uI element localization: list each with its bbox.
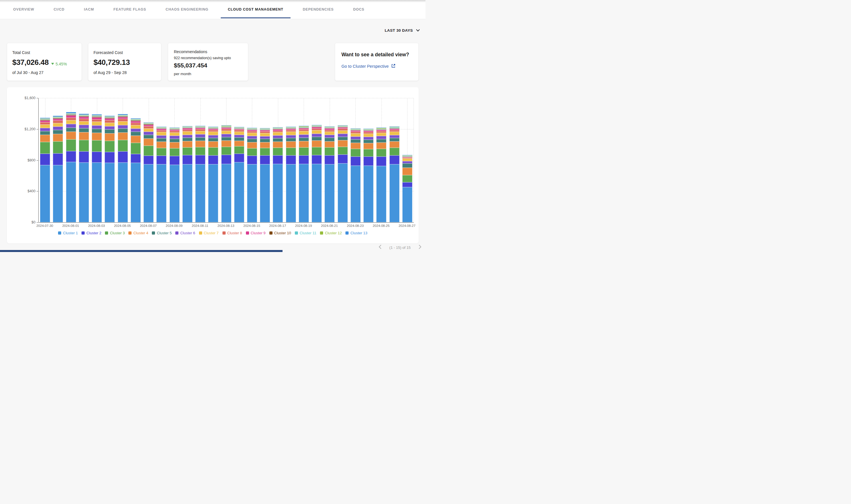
bar-segment-cluster-5[interactable] <box>402 163 412 168</box>
bar-segment-cluster-3[interactable] <box>156 148 167 156</box>
bar-segment-cluster-7[interactable] <box>40 125 50 128</box>
bar-segment-cluster-7[interactable] <box>208 132 218 135</box>
bar-segment-cluster-6[interactable] <box>143 132 154 135</box>
bar-segment-cluster-4[interactable] <box>40 135 50 142</box>
bar-segment-cluster-3[interactable] <box>351 149 361 156</box>
bar-segment-cluster-8[interactable] <box>53 121 63 123</box>
bar-segment-cluster-8[interactable] <box>143 126 154 129</box>
bar-segment-cluster-3[interactable] <box>40 142 50 154</box>
bar-segment-cluster-5[interactable] <box>53 130 63 134</box>
bar-segment-cluster-3[interactable] <box>195 147 205 155</box>
bar-stack-2024-08-27[interactable] <box>402 155 412 222</box>
bar-segment-cluster-3[interactable] <box>221 147 231 155</box>
bar-segment-cluster-5[interactable] <box>118 129 128 132</box>
bar-segment-cluster-5[interactable] <box>234 138 244 141</box>
legend-item-cluster-12[interactable]: Cluster 12 <box>320 231 342 235</box>
bar-segment-cluster-7[interactable] <box>156 132 167 135</box>
bar-segment-cluster-8[interactable] <box>92 120 102 122</box>
bar-segment-cluster-3[interactable] <box>402 175 412 182</box>
bar-segment-cluster-3[interactable] <box>389 148 399 156</box>
next-page-button[interactable] <box>419 245 421 250</box>
legend-item-cluster-6[interactable]: Cluster 6 <box>175 231 195 235</box>
bar-segment-cluster-1[interactable] <box>234 162 244 222</box>
bar-segment-cluster-6[interactable] <box>247 136 257 139</box>
bar-segment-cluster-2[interactable] <box>105 152 115 163</box>
bar-segment-cluster-6[interactable] <box>351 137 361 140</box>
bar-segment-cluster-5[interactable] <box>183 138 192 141</box>
bar-stack-2024-08-23[interactable] <box>351 128 361 222</box>
bar-stack-2024-08-21[interactable] <box>325 126 334 222</box>
bar-segment-cluster-2[interactable] <box>389 156 399 165</box>
bar-segment-cluster-4[interactable] <box>389 141 399 148</box>
bar-segment-cluster-7[interactable] <box>247 133 257 136</box>
bar-segment-cluster-4[interactable] <box>143 139 154 145</box>
bar-segment-cluster-6[interactable] <box>286 135 296 138</box>
bar-segment-cluster-2[interactable] <box>312 155 322 164</box>
bar-segment-cluster-7[interactable] <box>389 132 399 135</box>
bar-segment-cluster-7[interactable] <box>221 131 231 134</box>
bar-segment-cluster-2[interactable] <box>402 182 412 187</box>
bar-stack-2024-07-30[interactable] <box>40 118 50 222</box>
bar-segment-cluster-2[interactable] <box>208 156 218 164</box>
bar-segment-cluster-6[interactable] <box>118 125 128 129</box>
bar-segment-cluster-6[interactable] <box>376 136 386 139</box>
bar-segment-cluster-3[interactable] <box>312 147 322 155</box>
bar-segment-cluster-5[interactable] <box>286 138 296 141</box>
legend-item-cluster-8[interactable]: Cluster 8 <box>223 231 242 235</box>
bar-segment-cluster-2[interactable] <box>363 157 374 166</box>
bar-segment-cluster-6[interactable] <box>131 129 141 132</box>
bar-segment-cluster-1[interactable] <box>402 187 412 222</box>
bar-segment-cluster-7[interactable] <box>118 122 128 125</box>
bar-segment-cluster-4[interactable] <box>183 141 192 147</box>
bar-segment-cluster-4[interactable] <box>312 141 322 147</box>
bar-segment-cluster-1[interactable] <box>118 163 128 222</box>
bar-segment-cluster-4[interactable] <box>299 141 309 147</box>
bar-stack-2024-08-16[interactable] <box>260 128 270 222</box>
bar-segment-cluster-1[interactable] <box>92 163 102 222</box>
bar-segment-cluster-7[interactable] <box>402 159 412 161</box>
bar-segment-cluster-7[interactable] <box>195 131 205 134</box>
bar-stack-2024-08-25[interactable] <box>376 127 386 222</box>
bar-segment-cluster-3[interactable] <box>131 143 141 154</box>
bar-segment-cluster-6[interactable] <box>195 134 205 138</box>
bar-stack-2024-08-12[interactable] <box>208 127 218 222</box>
bar-stack-2024-08-10[interactable] <box>183 126 192 222</box>
bar-segment-cluster-6[interactable] <box>402 161 412 163</box>
bar-segment-cluster-5[interactable] <box>105 129 115 133</box>
bar-segment-cluster-3[interactable] <box>325 147 334 155</box>
bar-stack-2024-07-31[interactable] <box>53 116 63 222</box>
bar-segment-cluster-5[interactable] <box>247 139 257 142</box>
bar-segment-cluster-6[interactable] <box>389 135 399 138</box>
bar-stack-2024-08-08[interactable] <box>156 127 167 222</box>
bar-segment-cluster-6[interactable] <box>66 124 76 128</box>
bar-segment-cluster-2[interactable] <box>40 154 50 165</box>
bar-stack-2024-08-04[interactable] <box>105 116 115 222</box>
bar-stack-2024-08-19[interactable] <box>299 126 309 222</box>
tab-cloud-cost-management[interactable]: CLOUD COST MANAGEMENT <box>228 7 283 12</box>
bar-segment-cluster-2[interactable] <box>53 154 63 165</box>
legend-item-cluster-11[interactable]: Cluster 11 <box>295 231 316 235</box>
bar-segment-cluster-3[interactable] <box>79 140 89 151</box>
bar-segment-cluster-5[interactable] <box>66 128 76 132</box>
bar-segment-cluster-6[interactable] <box>325 135 334 138</box>
bar-segment-cluster-1[interactable] <box>299 164 309 222</box>
bar-segment-cluster-1[interactable] <box>183 164 192 222</box>
bar-segment-cluster-6[interactable] <box>105 126 115 129</box>
bar-stack-2024-08-07[interactable] <box>143 122 154 222</box>
bar-stack-2024-08-03[interactable] <box>92 114 102 222</box>
bar-segment-cluster-5[interactable] <box>131 132 141 136</box>
horizontal-scrollbar-thumb[interactable] <box>0 250 282 252</box>
bar-segment-cluster-4[interactable] <box>79 132 89 140</box>
bar-segment-cluster-3[interactable] <box>260 148 270 156</box>
bar-segment-cluster-2[interactable] <box>273 156 283 164</box>
bar-segment-cluster-4[interactable] <box>208 141 218 147</box>
bar-segment-cluster-5[interactable] <box>273 138 283 142</box>
bar-segment-cluster-1[interactable] <box>66 162 76 222</box>
bar-segment-cluster-7[interactable] <box>143 129 154 132</box>
bar-segment-cluster-6[interactable] <box>53 127 63 130</box>
bar-segment-cluster-5[interactable] <box>92 129 102 133</box>
bar-segment-cluster-4[interactable] <box>170 142 179 148</box>
bar-segment-cluster-4[interactable] <box>195 141 205 147</box>
bar-segment-cluster-3[interactable] <box>338 147 348 155</box>
bar-segment-cluster-7[interactable] <box>105 123 115 126</box>
